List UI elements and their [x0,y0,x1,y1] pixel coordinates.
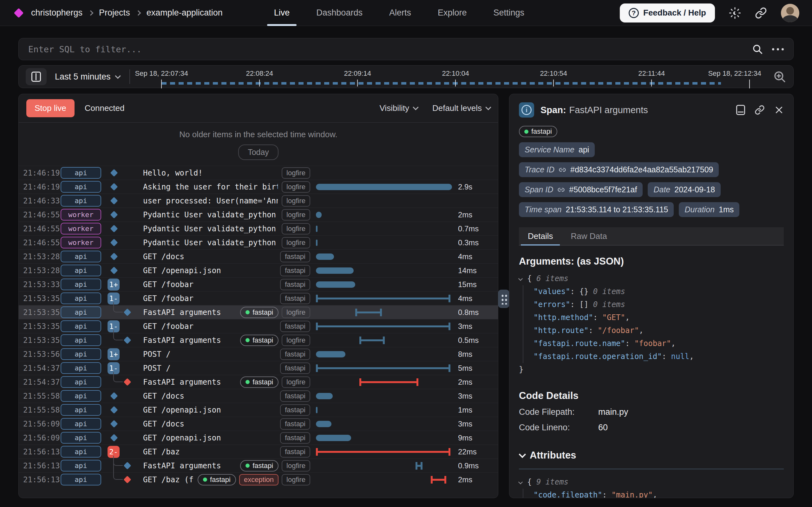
tab-details[interactable]: Details [519,227,562,245]
timeline-tick-line [749,79,750,89]
tab-settings[interactable]: Settings [480,0,538,26]
table-row[interactable]: 21:46:55workerPydantic User validate_pyt… [19,235,498,249]
copy-link-icon[interactable] [755,105,765,115]
tag-logfire: logfire [282,195,310,207]
dock-panel-icon[interactable] [736,105,745,115]
span-tags: fastapilogfire [240,307,310,318]
today-button[interactable]: Today [238,145,278,160]
visibility-dropdown[interactable]: Visibility [379,103,417,113]
collapse-chevron-icon[interactable] [518,276,523,281]
divider [130,69,130,84]
sql-filter-input[interactable] [28,44,743,54]
tab-dashboards[interactable]: Dashboards [303,0,376,26]
table-row[interactable]: 21:53:35api1-GET /foobarfastapi3ms [19,319,498,333]
duration-bar [316,226,317,232]
stop-live-button[interactable]: Stop live [26,99,74,117]
tag-logfire: logfire [282,209,310,221]
table-row[interactable]: 21:56:13apiGET /baz (foobar)fastapiexcep… [19,472,498,487]
table-row[interactable]: 21:55:58apiGET /openapi.jsonfastapi1ms [19,403,498,417]
marker-cell: 1+ [107,347,141,361]
span-time: 21:53:56 [23,350,61,359]
duration-span-bar [316,364,450,372]
table-row[interactable]: 21:55:58apiGET /docsfastapi3ms [19,389,498,403]
timeline-tick-line [259,79,260,87]
table-row[interactable]: 21:53:33api1+GET /foobarfastapi15ms [19,277,498,291]
table-row[interactable]: 21:53:28apiGET /openapi.jsonfastapi14ms [19,263,498,277]
span-message: GET /baz (foobar) [143,475,194,484]
feedback-help-button[interactable]: ? Feedback / Help [620,3,715,22]
breadcrumb-org[interactable]: christophergs [31,8,83,18]
search-icon[interactable] [752,43,763,55]
span-diamond-icon [110,211,118,218]
duration-bar-cell [316,375,456,389]
time-range-select[interactable]: Last 5 minutes [55,72,120,82]
panel-resize-handle[interactable] [498,290,509,308]
table-row[interactable]: 21:53:35apiFastAPI argumentsfastapilogfi… [19,333,498,347]
span-tags: logfire [282,209,310,221]
fastapi-tag: fastapi [519,126,557,137]
duration-span-bar [359,378,418,386]
table-row[interactable]: 21:53:28apiGET /docsfastapi4ms [19,249,498,263]
table-row[interactable]: 21:53:35api1-GET /foobarfastapi4ms [19,291,498,305]
span-tags: logfire [282,223,310,234]
table-row[interactable]: 21:53:56api1+POST /fastapi8ms [19,347,498,361]
sidebar-toggle-button[interactable] [26,68,47,85]
table-row[interactable]: 21:53:35apiFastAPI argumentsfastapilogfi… [19,305,498,319]
breadcrumb-project[interactable]: example-application [147,8,223,18]
user-avatar[interactable] [781,4,799,22]
span-diamond-icon [110,169,118,176]
span-id-chip[interactable]: Span ID #5008bce5f7fe21af [519,182,643,197]
child-count-badge[interactable]: 1+ [107,348,119,360]
span-message: GET /foobar [143,322,276,331]
trace-id-chip[interactable]: Trace ID #d834c3374dd6fa2e4aa82a55ab2175… [519,162,719,177]
duration-value: 0.5ms [456,336,493,345]
tag-fastapi: fastapi [280,432,310,444]
tag-logfire: logfire [282,377,310,388]
collapse-chevron-icon[interactable] [518,480,523,484]
span-time: 21:54:37 [23,364,61,373]
tab-alerts[interactable]: Alerts [376,0,424,26]
table-row[interactable]: 21:54:37api1-POST /fastapi5ms [19,361,498,375]
span-message: GET /openapi.json [143,434,276,442]
duration-value: 0.7ms [456,224,493,233]
default-levels-dropdown[interactable]: Default levels [432,103,490,113]
table-row[interactable]: 21:46:55workerPydantic User validate_pyt… [19,208,498,222]
table-row[interactable]: 21:46:19apiAsking the user for their bir… [19,180,498,193]
duration-bar [316,239,317,246]
tab-raw-data[interactable]: Raw Data [562,227,616,245]
timeline-tick-line [161,79,162,89]
span-diamond-icon [110,197,118,205]
duration-bar [316,351,345,357]
tab-live[interactable]: Live [261,0,303,26]
more-options-icon[interactable] [772,48,784,50]
child-count-badge[interactable]: 1+ [107,279,119,291]
attributes-toggle[interactable]: Attributes [519,450,784,461]
table-row[interactable]: 21:56:09apiGET /docsfastapi3ms [19,417,498,431]
span-diamond-icon [110,420,118,428]
time-range-label: Last 5 minutes [55,72,111,82]
share-link-icon[interactable] [755,7,767,19]
duration-bar-cell [316,264,456,277]
timeline[interactable]: Sep 18, 22:07:3422:08:2422:09:1422:10:04… [133,66,765,88]
span-message: Asking the user for their birthday [143,182,278,191]
breadcrumb-projects[interactable]: Projects [99,8,130,18]
table-row[interactable]: 21:46:33apiuser processed: User(name='An… [19,193,498,208]
table-row[interactable]: 21:46:55workerPydantic User validate_pyt… [19,222,498,235]
tab-explore[interactable]: Explore [424,0,480,26]
table-row[interactable]: 21:56:09apiGET /openapi.jsonfastapi9ms [19,431,498,445]
duration-chip: Duration 1ms [679,202,740,217]
service-badge: api [61,432,101,444]
duration-bar-cell [316,473,456,487]
table-row[interactable]: 21:56:13api2-GET /bazfastapi22ms [19,445,498,458]
table-row[interactable]: 21:46:19apiHello, world!logfire [19,166,498,180]
close-icon[interactable] [774,105,784,115]
zoom-in-icon[interactable] [773,70,786,83]
span-tags: fastapi [280,404,310,416]
span-message: GET /openapi.json [143,406,276,414]
theme-toggle-icon[interactable] [729,7,741,19]
duration-value: 9ms [456,434,493,442]
span-tags: fastapilogfire [240,377,310,388]
table-row[interactable]: 21:56:13apiFastAPI argumentsfastapilogfi… [19,458,498,472]
table-row[interactable]: 21:54:37apiFastAPI argumentsfastapilogfi… [19,375,498,389]
tag-fastapi: fastapi [280,418,310,430]
